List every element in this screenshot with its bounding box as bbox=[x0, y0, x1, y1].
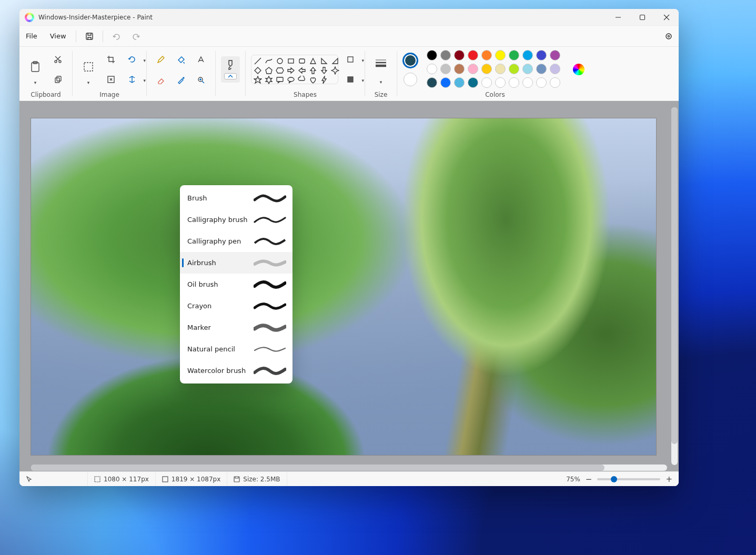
minimize-button[interactable] bbox=[606, 9, 630, 26]
zoom-slider[interactable] bbox=[597, 478, 660, 480]
color-swatch[interactable] bbox=[495, 64, 506, 74]
color-swatch[interactable] bbox=[522, 77, 533, 88]
shape-triangle[interactable] bbox=[320, 57, 328, 65]
color-swatch[interactable] bbox=[550, 77, 560, 88]
chevron-down-icon[interactable]: ▾ bbox=[34, 80, 37, 85]
chevron-down-icon[interactable]: ▾ bbox=[361, 78, 364, 83]
color-swatch[interactable] bbox=[509, 64, 519, 74]
shape-callout-oval[interactable] bbox=[287, 76, 295, 84]
zoom-out-button[interactable]: − bbox=[586, 475, 592, 484]
select-button[interactable] bbox=[78, 54, 99, 80]
text-tool[interactable] bbox=[192, 51, 210, 68]
brush-option[interactable]: Oil brush bbox=[180, 274, 293, 295]
painting-canvas[interactable] bbox=[31, 118, 656, 455]
color-swatch[interactable] bbox=[550, 50, 560, 60]
shape-callout-rect[interactable] bbox=[276, 76, 284, 84]
shape-5star[interactable] bbox=[254, 76, 262, 84]
shape-6star[interactable] bbox=[265, 76, 273, 84]
undo-button[interactable] bbox=[108, 28, 124, 44]
horizontal-scrollbar[interactable] bbox=[31, 465, 667, 471]
shape-arrow-up[interactable] bbox=[309, 66, 317, 75]
brush-option[interactable]: Crayon bbox=[180, 295, 293, 317]
shape-arrow-left[interactable] bbox=[298, 66, 306, 75]
close-button[interactable] bbox=[654, 9, 679, 26]
brush-option[interactable]: Airbrush bbox=[180, 252, 293, 274]
color-swatch[interactable] bbox=[509, 50, 519, 60]
color-swatch[interactable] bbox=[440, 50, 451, 60]
color-swatch[interactable] bbox=[454, 50, 465, 60]
shape-hexagon[interactable] bbox=[276, 66, 284, 75]
shape-diamond[interactable] bbox=[254, 66, 262, 75]
color-swatch[interactable] bbox=[468, 77, 478, 88]
size-button[interactable] bbox=[370, 50, 391, 76]
brush-option[interactable]: Marker bbox=[180, 317, 293, 338]
magnifier-tool[interactable] bbox=[192, 71, 210, 89]
zoom-in-button[interactable]: + bbox=[666, 475, 672, 484]
crop-button[interactable] bbox=[102, 51, 120, 68]
scrollbar-thumb[interactable] bbox=[31, 465, 604, 471]
menu-view[interactable]: View bbox=[44, 29, 73, 43]
pencil-tool[interactable] bbox=[152, 51, 170, 68]
shape-polygon[interactable] bbox=[309, 57, 317, 65]
title-bar[interactable]: Windows-Insider-Masterpiece - Paint bbox=[19, 9, 679, 26]
save-button[interactable] bbox=[82, 28, 97, 44]
color-swatch[interactable] bbox=[481, 64, 492, 74]
color-swatch[interactable] bbox=[454, 77, 465, 88]
vertical-scrollbar[interactable] bbox=[671, 107, 678, 465]
color-swatch[interactable] bbox=[522, 64, 533, 74]
scrollbar-thumb[interactable] bbox=[671, 107, 678, 444]
shape-line[interactable] bbox=[254, 57, 262, 65]
shape-lightning[interactable] bbox=[320, 76, 328, 84]
chevron-down-icon[interactable]: ▾ bbox=[380, 79, 382, 85]
shape-arrow-down[interactable] bbox=[320, 66, 328, 75]
rotate-button[interactable]: ▾ bbox=[123, 51, 141, 68]
canvas-viewport[interactable]: BrushCalligraphy brushCalligraphy penAir… bbox=[19, 101, 679, 471]
redo-button[interactable] bbox=[128, 28, 144, 44]
shape-arrow-right[interactable] bbox=[287, 66, 295, 75]
fill-tool[interactable] bbox=[172, 51, 190, 68]
color-swatch[interactable] bbox=[495, 50, 506, 60]
shape-outline-button[interactable]: ▾ bbox=[341, 51, 359, 68]
color-swatch[interactable] bbox=[427, 77, 437, 88]
cut-button[interactable] bbox=[49, 51, 67, 68]
shape-callout-cloud[interactable] bbox=[298, 76, 306, 84]
color-swatch[interactable] bbox=[536, 50, 547, 60]
color-swatch[interactable] bbox=[481, 77, 492, 88]
shape-oval[interactable] bbox=[276, 57, 284, 65]
color-swatch[interactable] bbox=[536, 77, 547, 88]
color-swatch[interactable] bbox=[481, 50, 492, 60]
shape-4star[interactable] bbox=[331, 66, 339, 75]
color-2[interactable] bbox=[404, 73, 417, 86]
color-swatch[interactable] bbox=[440, 77, 451, 88]
brush-option[interactable]: Calligraphy pen bbox=[180, 230, 293, 252]
settings-button[interactable] bbox=[661, 28, 677, 44]
brush-option[interactable]: Watercolor brush bbox=[180, 360, 293, 381]
shapes-gallery[interactable] bbox=[251, 55, 338, 84]
color-1[interactable] bbox=[402, 53, 418, 68]
color-swatch[interactable] bbox=[509, 77, 519, 88]
brush-option[interactable]: Calligraphy brush bbox=[180, 209, 293, 230]
brush-option[interactable]: Brush bbox=[180, 187, 293, 209]
eraser-tool[interactable] bbox=[152, 71, 170, 89]
shape-heart[interactable] bbox=[309, 76, 317, 84]
flip-button[interactable]: ▾ bbox=[123, 70, 141, 88]
color-swatch[interactable] bbox=[427, 64, 437, 74]
color-picker-tool[interactable] bbox=[172, 71, 190, 89]
edit-colors-button[interactable] bbox=[570, 60, 588, 78]
shape-fill-button[interactable]: ▾ bbox=[341, 70, 359, 88]
zoom-slider-thumb[interactable] bbox=[611, 476, 617, 482]
color-swatch[interactable] bbox=[468, 50, 478, 60]
chevron-down-icon[interactable]: ▾ bbox=[143, 58, 146, 63]
shape-right-triangle[interactable] bbox=[331, 57, 339, 65]
shape-roundrect[interactable] bbox=[298, 57, 306, 65]
color-swatch[interactable] bbox=[495, 77, 506, 88]
brush-option[interactable]: Natural pencil bbox=[180, 338, 293, 360]
resize-button[interactable] bbox=[102, 70, 120, 88]
color-swatch[interactable] bbox=[468, 64, 478, 74]
color-swatch[interactable] bbox=[536, 64, 547, 74]
color-swatch[interactable] bbox=[454, 64, 465, 74]
paste-button[interactable] bbox=[25, 54, 46, 80]
color-swatch[interactable] bbox=[440, 64, 451, 74]
menu-file[interactable]: File bbox=[19, 29, 44, 43]
color-swatch[interactable] bbox=[550, 64, 560, 74]
